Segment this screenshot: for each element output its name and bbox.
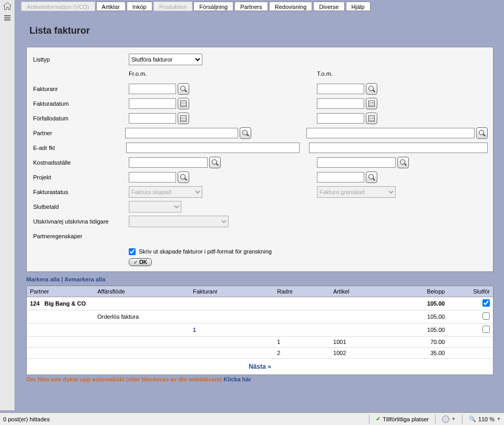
calendar-icon[interactable] <box>366 98 377 109</box>
select-slutbetald <box>129 201 181 212</box>
checkbox-slutfor[interactable] <box>482 312 490 320</box>
input-fakturadatum-from[interactable] <box>129 98 176 109</box>
label-projekt: Projekt <box>32 174 129 180</box>
search-icon[interactable] <box>209 157 221 168</box>
warning-row: Om filen inte dyker upp automatiskt (ell… <box>26 375 493 383</box>
menu-icon[interactable] <box>4 14 11 22</box>
th-partner: Partner <box>27 286 94 297</box>
label-fakturastatus: Fakturastatus <box>32 189 129 195</box>
input-partner-to[interactable] <box>306 128 475 138</box>
input-eadr-to[interactable] <box>309 143 488 153</box>
status-bar: 0 post(er) hittades ✓ Tillförlitliga pla… <box>0 412 504 425</box>
link-fakturanr[interactable]: 1 <box>190 323 274 337</box>
status-tillforlitliga[interactable]: ✓ Tillförlitliga platser <box>373 416 432 422</box>
th-fakturanr: Fakturanr <box>190 286 274 297</box>
search-icon[interactable] <box>178 171 189 183</box>
label-to: T.o.m. <box>317 70 488 78</box>
input-projekt-from[interactable] <box>129 172 176 183</box>
select-listtyp[interactable]: Slutföra fakturor <box>129 54 202 65</box>
label-partner: Partner <box>32 130 125 136</box>
input-fakturadatum-to[interactable] <box>317 98 364 109</box>
ok-button[interactable]: OK <box>129 258 152 266</box>
label-slutbetald: Slutbetald <box>32 204 129 210</box>
table-row: 1 105.00 <box>27 323 493 337</box>
input-forfallodatum-to[interactable] <box>317 113 364 124</box>
label-partneregenskaper: Partneregenskaper <box>32 233 129 239</box>
tab-partners[interactable]: Partners <box>234 2 268 11</box>
globe-icon <box>442 416 449 423</box>
input-fakturanr-to[interactable] <box>317 84 364 94</box>
svg-rect-0 <box>4 15 11 16</box>
input-kostnad-from[interactable] <box>129 157 208 168</box>
label-fakturadatum: Fakturadatum <box>32 100 129 107</box>
left-sidebar <box>0 0 15 410</box>
svg-rect-1 <box>4 17 11 18</box>
table-row: 124 Big Bang & CO 105.00 <box>27 297 493 310</box>
tab-redovisning[interactable]: Redovisning <box>269 2 313 11</box>
label-pdf-checkbox: Skriv ut skapade fakturor i pdf-format f… <box>139 248 272 255</box>
label-fakturanr: Fakturanr <box>32 86 129 92</box>
search-icon[interactable] <box>178 83 189 95</box>
calendar-icon[interactable] <box>178 113 189 124</box>
search-icon[interactable] <box>240 127 251 139</box>
input-eadr-from[interactable] <box>126 143 300 153</box>
th-radnr: Radnr <box>274 286 330 297</box>
th-artikel: Artikel <box>330 286 386 297</box>
tab-produktion: Produktion <box>153 2 193 11</box>
search-icon[interactable] <box>476 127 488 139</box>
label-listtyp: Listtyp <box>32 56 129 63</box>
search-icon[interactable] <box>397 157 409 168</box>
select-links: Markera alla | Avmarkera alla <box>26 276 493 282</box>
input-fakturanr-from[interactable] <box>129 84 176 94</box>
status-zoom[interactable]: 110 % ▼ <box>466 416 504 422</box>
calendar-icon[interactable] <box>178 98 189 109</box>
svg-rect-2 <box>4 19 11 21</box>
label-utskrivna: Utskrivna/ej utskrivna tidigare <box>32 218 129 225</box>
tab-artikelinfo: Artikelinformation (VCD) <box>21 2 95 11</box>
tab-artiklar[interactable]: Artiklar <box>96 2 126 11</box>
input-forfallodatum-from[interactable] <box>129 113 176 124</box>
select-fakturastatus-to: Faktura granskad <box>317 186 396 198</box>
input-projekt-to[interactable] <box>317 172 364 183</box>
calendar-icon[interactable] <box>366 113 377 124</box>
search-icon[interactable] <box>366 171 377 183</box>
zoom-icon <box>469 416 476 422</box>
link-markera-alla[interactable]: Markera alla <box>26 276 60 282</box>
input-kostnad-to[interactable] <box>317 157 396 168</box>
table-row: 1 1001 70.00 <box>27 337 493 348</box>
invoice-table: Partner Affärsflöde Fakturanr Radnr Arti… <box>26 286 493 375</box>
link-klicka-har[interactable]: Klicka här <box>223 376 251 382</box>
tab-inkop[interactable]: Inköp <box>127 2 152 11</box>
filter-form: Listtyp Slutföra fakturor Fr.o.m. T.o.m.… <box>26 47 493 272</box>
label-eadr: E-adr fkt <box>32 145 126 151</box>
checkbox-slutfor[interactable] <box>482 299 490 307</box>
status-protected-mode[interactable]: ▼ <box>439 416 459 423</box>
label-kostnadsstalle: Kostnadsställe <box>32 159 129 166</box>
select-utskrivna <box>129 216 229 227</box>
main-panel: Lista fakturor Listtyp Slutföra fakturor… <box>21 15 499 410</box>
checkbox-pdf[interactable] <box>129 248 136 255</box>
link-avmarkera-alla[interactable]: Avmarkera alla <box>64 276 105 282</box>
top-tabs: Artikelinformation (VCD) Artiklar Inköp … <box>21 2 371 11</box>
th-belopp: Belopp <box>386 286 448 297</box>
label-from: Fr.o.m. <box>129 70 317 78</box>
home-icon[interactable] <box>3 2 12 11</box>
search-icon[interactable] <box>366 83 377 95</box>
tab-hjalp[interactable]: Hjälp <box>346 2 371 11</box>
status-poster: 0 post(er) hittades <box>0 416 366 422</box>
th-slutfor: Slutför <box>448 286 493 297</box>
checkmark-icon: ✓ <box>376 416 380 422</box>
table-row: 2 1002 35.00 <box>27 348 493 359</box>
checkbox-slutfor[interactable] <box>482 326 490 333</box>
th-affarsflode: Affärsflöde <box>94 286 190 297</box>
input-partner-from[interactable] <box>125 128 238 138</box>
link-nasta[interactable]: Nästa » <box>27 359 493 375</box>
page-title: Lista fakturor <box>29 25 493 36</box>
table-row: Orderlös faktura 105.00 <box>27 310 493 323</box>
tab-forsaljning[interactable]: Försäljning <box>193 2 233 11</box>
label-forfallodatum: Förfallodatum <box>32 115 129 122</box>
select-fakturastatus-from: Faktura skapad <box>129 186 202 198</box>
tab-diverse[interactable]: Diverse <box>313 2 344 11</box>
